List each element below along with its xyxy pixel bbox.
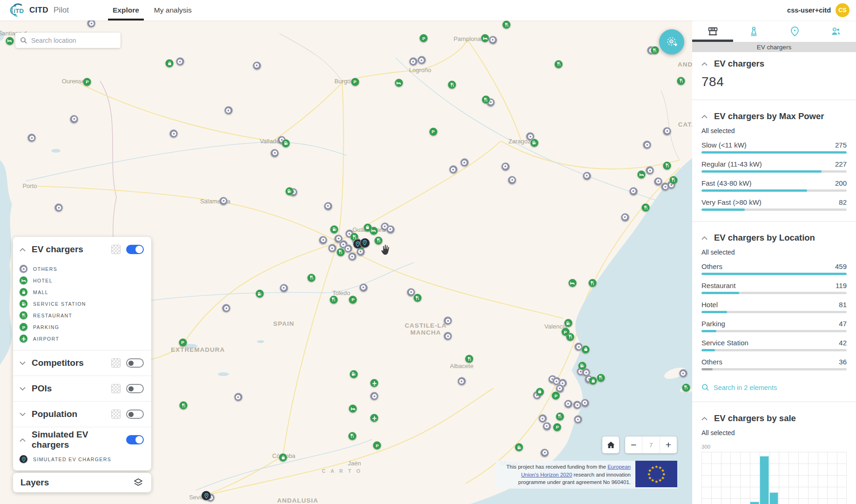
map-marker-restaurant[interactable]: [503, 21, 511, 29]
map-marker-simulated-ev-charger[interactable]: [202, 491, 211, 500]
map-marker-others[interactable]: [371, 392, 378, 400]
map-marker-restaurant[interactable]: [337, 248, 344, 256]
map-marker-restaurant[interactable]: [330, 296, 337, 303]
map-marker-others[interactable]: [583, 172, 591, 180]
map-marker-others[interactable]: [418, 56, 425, 64]
map-marker-others[interactable]: [458, 377, 465, 385]
sidebar-tab-people[interactable]: [815, 20, 856, 42]
map-marker-others[interactable]: [220, 197, 228, 205]
map-marker-others[interactable]: [663, 127, 671, 135]
map-marker-others[interactable]: [460, 159, 468, 167]
map-marker-others[interactable]: [234, 393, 242, 401]
stat-row-service-station[interactable]: Service Station42: [701, 339, 847, 351]
map-marker-others[interactable]: [444, 332, 452, 340]
map-marker-parking[interactable]: P: [553, 423, 561, 431]
map-marker-parking[interactable]: P: [83, 78, 91, 86]
home-button[interactable]: [602, 437, 619, 453]
create-analysis-fab[interactable]: [659, 29, 684, 54]
map-marker-restaurant[interactable]: [663, 161, 671, 169]
map-marker-restaurant[interactable]: [465, 355, 473, 363]
map-marker-restaurant[interactable]: [308, 274, 316, 282]
map-marker-service-station[interactable]: [282, 139, 290, 147]
section-max-power-header[interactable]: EV chargers by Max Power: [701, 111, 847, 121]
map-marker-service-station[interactable]: [578, 362, 586, 370]
map-marker-others[interactable]: [170, 130, 178, 138]
map-marker-others[interactable]: [646, 167, 654, 175]
map-marker-others[interactable]: [253, 61, 261, 69]
map-marker-others[interactable]: [319, 236, 327, 244]
map-marker-others[interactable]: [271, 149, 279, 157]
map-marker-others[interactable]: [444, 317, 452, 325]
avatar[interactable]: CS: [836, 3, 849, 17]
map-marker-others[interactable]: [621, 213, 629, 221]
map-marker-mall[interactable]: [279, 454, 287, 462]
map-marker-others[interactable]: [386, 225, 394, 233]
map-marker-mall[interactable]: [364, 223, 371, 231]
layer-toggle[interactable]: [126, 435, 144, 444]
search-input[interactable]: [31, 37, 116, 44]
map-marker-service-station[interactable]: [564, 319, 572, 327]
map-marker-service-station[interactable]: [256, 290, 263, 298]
map-marker-others[interactable]: [654, 177, 662, 185]
map-marker-hotel[interactable]: [568, 279, 576, 287]
map-marker-others[interactable]: [541, 449, 549, 457]
layer-toggle[interactable]: [126, 384, 144, 393]
map-marker-restaurant[interactable]: [677, 77, 685, 85]
map-marker-others[interactable]: [328, 244, 336, 252]
layers-button-row[interactable]: Layers: [13, 473, 151, 492]
map-marker-hotel[interactable]: [395, 79, 403, 87]
map-marker-restaurant[interactable]: [413, 294, 421, 302]
chevron-down-icon[interactable]: [20, 412, 26, 417]
layer-toggle[interactable]: [126, 358, 144, 368]
sidebar-tab-storefront[interactable]: [692, 20, 733, 42]
map-marker-others[interactable]: [28, 134, 36, 142]
map-marker-others[interactable]: [70, 115, 78, 123]
stat-row-fast-43-80-kw-[interactable]: Fast (43-80 kW)200: [701, 179, 847, 192]
map-marker-restaurant[interactable]: [588, 279, 596, 287]
map-marker-others[interactable]: [629, 187, 637, 195]
map-marker-service-station[interactable]: [330, 225, 338, 233]
citd-logo[interactable]: iTD CITDPilot: [10, 3, 69, 18]
map-marker-simulated-ev-charger[interactable]: [360, 238, 370, 248]
map-marker-others[interactable]: [543, 422, 551, 430]
tab-my-analysis[interactable]: My analysis: [147, 0, 199, 20]
stat-row-others[interactable]: Others36: [701, 358, 847, 370]
opacity-pattern-icon[interactable]: [111, 358, 121, 368]
opacity-pattern-icon[interactable]: [111, 384, 121, 393]
map-marker-service-station[interactable]: [285, 187, 293, 195]
chevron-up-icon[interactable]: [20, 438, 26, 442]
map-marker-mall[interactable]: [166, 60, 174, 67]
map-marker-others[interactable]: [574, 416, 582, 423]
map-marker-parking[interactable]: P: [351, 78, 359, 86]
map-marker-others[interactable]: [344, 245, 352, 253]
map-marker-restaurant[interactable]: [555, 60, 563, 68]
map-marker-restaurant[interactable]: [556, 412, 564, 420]
stat-row-restaurant[interactable]: Restaurant119: [701, 282, 847, 294]
map-marker-others[interactable]: [539, 415, 546, 423]
map-marker-others[interactable]: [176, 58, 184, 66]
map-marker-restaurant[interactable]: [669, 176, 677, 184]
opacity-pattern-icon[interactable]: [111, 410, 121, 419]
section-location-header[interactable]: EV chargers by Location: [701, 233, 847, 243]
map-marker-service-station[interactable]: [530, 139, 538, 147]
map-marker-others[interactable]: [348, 253, 356, 261]
map-marker-parking[interactable]: P: [420, 34, 428, 42]
stat-row-others[interactable]: Others459: [701, 262, 847, 275]
layer-section-population[interactable]: Population: [13, 402, 151, 427]
map-marker-others[interactable]: [409, 58, 417, 66]
chevron-down-icon[interactable]: [20, 361, 26, 365]
sidebar-tab-pin[interactable]: [774, 20, 815, 42]
map-marker-hotel[interactable]: [6, 37, 13, 45]
section-by-sale-header[interactable]: EV chargers by sale: [701, 413, 847, 423]
map-marker-others[interactable]: [564, 400, 572, 408]
layer-section-ev-chargers[interactable]: EV chargers: [13, 237, 151, 262]
map-marker-others[interactable]: [55, 204, 63, 212]
stat-row-hotel[interactable]: Hotel81: [701, 301, 847, 313]
map-marker-others[interactable]: [508, 176, 516, 184]
map-marker-others[interactable]: [556, 384, 564, 392]
map-marker-others[interactable]: [224, 107, 232, 114]
stat-row-parking[interactable]: Parking47: [701, 320, 847, 332]
map-marker-restaurant[interactable]: [642, 204, 650, 212]
stat-row-regular-11-43-kw-[interactable]: Regular (11-43 kW)227: [701, 160, 847, 173]
layer-toggle[interactable]: [126, 245, 144, 254]
